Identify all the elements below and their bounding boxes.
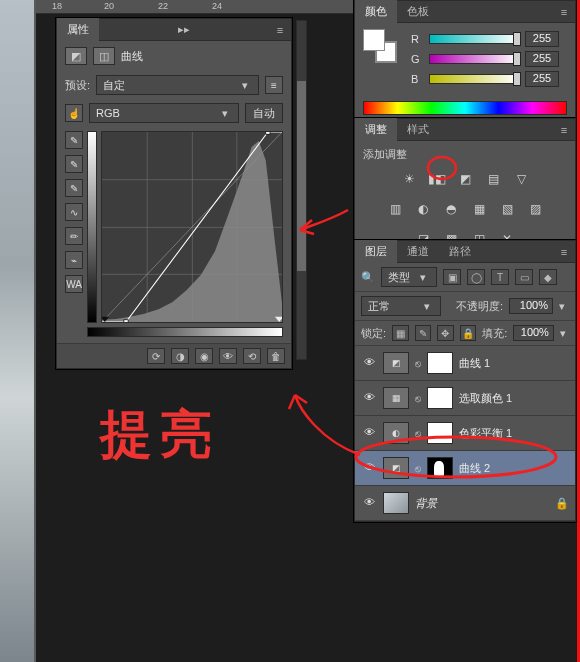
adj-vibrance-icon[interactable]: ▽: [510, 170, 532, 188]
adj-curves-icon[interactable]: ◩: [454, 170, 476, 188]
search-icon[interactable]: 🔍: [361, 271, 375, 284]
draw-curve-icon[interactable]: ✏: [65, 227, 83, 245]
layer-name[interactable]: 选取颜色 1: [459, 391, 512, 406]
layer-name[interactable]: 色彩平衡 1: [459, 426, 512, 441]
preset-select[interactable]: 自定 ▾: [96, 75, 259, 95]
spectrum-ramp[interactable]: [363, 101, 567, 115]
layer-row[interactable]: 👁 ◩ ⎋ 曲线 1: [355, 346, 575, 381]
layer-row[interactable]: 👁 ◐ ⎋ 色彩平衡 1: [355, 416, 575, 451]
layer-row[interactable]: 👁 背景 🔒: [355, 486, 575, 521]
channel-select[interactable]: RGB ▾: [89, 103, 239, 123]
mask-thumb[interactable]: [427, 422, 453, 444]
visibility-toggle-icon[interactable]: 👁: [361, 391, 377, 405]
filter-adj-icon[interactable]: ◯: [467, 269, 485, 285]
link-icon: ⎋: [415, 358, 421, 369]
mask-thumb[interactable]: [427, 352, 453, 374]
chevron-down-icon[interactable]: ▾: [559, 300, 569, 313]
eyedropper-gray-icon[interactable]: ✎: [65, 155, 83, 173]
filter-type-icon[interactable]: T: [491, 269, 509, 285]
g-slider[interactable]: [429, 54, 519, 64]
tab-color[interactable]: 颜色: [355, 0, 397, 23]
eyedropper-white-icon[interactable]: ✎: [65, 179, 83, 197]
panel-collapse-icon[interactable]: ▸▸: [173, 23, 195, 36]
tab-properties[interactable]: 属性: [57, 18, 99, 41]
adj-bw-icon[interactable]: ◓: [440, 200, 462, 218]
foreground-background-swatch[interactable]: [363, 29, 397, 63]
visibility-toggle-icon[interactable]: 👁: [361, 496, 377, 510]
mask-icon: ◫: [93, 47, 115, 65]
options-icon[interactable]: WA: [65, 275, 83, 293]
fill-field[interactable]: 100%: [513, 325, 554, 341]
adj-hue-icon[interactable]: ▥: [384, 200, 406, 218]
view-previous-icon[interactable]: ◑: [171, 348, 189, 364]
visibility-toggle-icon[interactable]: 👁: [361, 356, 377, 370]
b-slider[interactable]: [429, 74, 519, 84]
auto-button[interactable]: 自动: [245, 103, 283, 123]
r-value[interactable]: 255: [525, 31, 559, 47]
lock-pos-icon[interactable]: ✥: [437, 325, 454, 341]
chevron-down-icon[interactable]: ▾: [560, 327, 569, 340]
eyedropper-black-icon[interactable]: ✎: [65, 131, 83, 149]
layer-row-selected[interactable]: 👁 ◩ ⎋ 曲线 2: [355, 451, 575, 486]
preset-label: 预设:: [65, 78, 90, 93]
panel-menu-icon[interactable]: ≡: [553, 6, 575, 18]
adj-levels-icon[interactable]: ▮◧: [426, 170, 448, 188]
b-label: B: [411, 73, 423, 85]
visibility-toggle-icon[interactable]: 👁: [361, 426, 377, 440]
layer-name[interactable]: 曲线 2: [459, 461, 490, 476]
reset-icon[interactable]: ◉: [195, 348, 213, 364]
lock-all-icon[interactable]: 🔒: [460, 325, 477, 341]
tab-adjustments[interactable]: 调整: [355, 118, 397, 141]
svg-rect-8: [124, 320, 128, 322]
visibility-toggle-icon[interactable]: 👁: [361, 461, 377, 475]
mask-thumb[interactable]: [427, 387, 453, 409]
tab-swatches[interactable]: 色板: [397, 0, 439, 23]
blendmode-select[interactable]: 正常▾: [361, 296, 441, 316]
adj-exposure-icon[interactable]: ▤: [482, 170, 504, 188]
canvas-area[interactable]: [0, 0, 36, 662]
link-icon: ⎋: [415, 463, 421, 474]
adj-colorbal-icon[interactable]: ◐: [412, 200, 434, 218]
revert-icon[interactable]: ⟲: [243, 348, 261, 364]
smooth-icon[interactable]: ⌁: [65, 251, 83, 269]
adj-photo-icon[interactable]: ▦: [468, 200, 490, 218]
clip-to-layer-icon[interactable]: ⟳: [147, 348, 165, 364]
tab-styles[interactable]: 样式: [397, 118, 439, 141]
target-adjust-icon[interactable]: ☝: [65, 104, 83, 122]
ruler-tick: 18: [52, 1, 62, 11]
layer-row[interactable]: 👁 ▦ ⎋ 选取颜色 1: [355, 381, 575, 416]
properties-panel: 属性 ▸▸ ≡ ◩ ◫ 曲线 预设: 自定 ▾ ≡ ☝ RGB ▾ 自动 ✎ ✎…: [56, 18, 292, 369]
preset-menu-icon[interactable]: ≡: [265, 76, 283, 94]
panel-menu-icon[interactable]: ≡: [269, 24, 291, 36]
g-label: G: [411, 53, 423, 65]
edit-points-icon[interactable]: ∿: [65, 203, 83, 221]
tab-channels[interactable]: 通道: [397, 240, 439, 263]
mask-thumb[interactable]: [427, 457, 453, 479]
lock-trans-icon[interactable]: ▦: [392, 325, 409, 341]
toggle-visibility-icon[interactable]: 👁: [219, 348, 237, 364]
adj-chmix-icon[interactable]: ▧: [496, 200, 518, 218]
layer-name[interactable]: 曲线 1: [459, 356, 490, 371]
lock-pixel-icon[interactable]: ✎: [415, 325, 432, 341]
adj-lookup-icon[interactable]: ▨: [524, 200, 546, 218]
filter-smart-icon[interactable]: ◆: [539, 269, 557, 285]
adj-brightness-icon[interactable]: ☀: [398, 170, 420, 188]
tab-layers[interactable]: 图层: [355, 240, 397, 263]
panel-menu-icon[interactable]: ≡: [553, 124, 575, 136]
opacity-label: 不透明度:: [456, 299, 503, 314]
scrollbar[interactable]: [296, 20, 307, 360]
b-value[interactable]: 255: [525, 71, 559, 87]
filter-pixel-icon[interactable]: ▣: [443, 269, 461, 285]
panel-menu-icon[interactable]: ≡: [553, 246, 575, 258]
adjustment-thumb-icon: ◩: [383, 457, 409, 479]
r-slider[interactable]: [429, 34, 519, 44]
g-value[interactable]: 255: [525, 51, 559, 67]
filter-shape-icon[interactable]: ▭: [515, 269, 533, 285]
tab-paths[interactable]: 路径: [439, 240, 481, 263]
curves-graph[interactable]: [101, 131, 283, 323]
layer-name[interactable]: 背景: [415, 496, 437, 511]
trash-icon[interactable]: 🗑: [267, 348, 285, 364]
opacity-field[interactable]: 100%: [509, 298, 553, 314]
filter-kind-select[interactable]: 类型▾: [381, 267, 437, 287]
adjustment-thumb-icon: ◩: [383, 352, 409, 374]
